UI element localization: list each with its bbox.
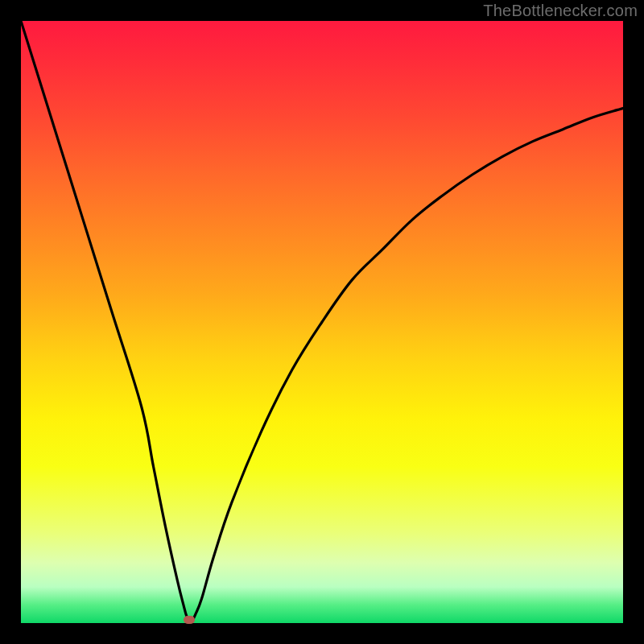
curve-svg	[21, 21, 623, 623]
bottleneck-curve	[21, 21, 623, 621]
chart-stage: TheBottlenecker.com	[0, 0, 644, 644]
plot-area	[21, 21, 623, 623]
watermark-text: TheBottlenecker.com	[483, 2, 638, 20]
optimal-point-marker	[184, 616, 195, 624]
